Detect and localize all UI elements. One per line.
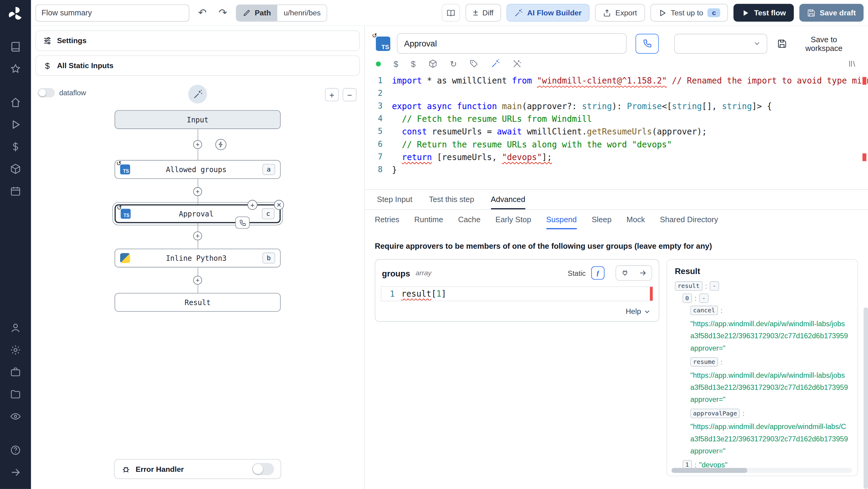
schedules-calendar-icon[interactable]	[5, 184, 25, 198]
script-library-button[interactable]	[848, 59, 857, 68]
ai-wand-button[interactable]	[188, 85, 207, 103]
vertical-scrollbar[interactable]	[864, 307, 868, 489]
users-icon[interactable]	[5, 320, 25, 335]
docs-book-icon[interactable]	[5, 39, 25, 54]
redo-button[interactable]: ↷	[216, 7, 230, 19]
error-handler-toggle[interactable]	[252, 463, 274, 475]
add-step-button[interactable]: +	[193, 140, 202, 149]
test-flow-button[interactable]: Test flow	[734, 4, 794, 22]
groups-expression-editor[interactable]: 1 result[1]	[381, 286, 653, 302]
static-inputs-row[interactable]: $ All Static Inputs	[36, 56, 360, 76]
path-button[interactable]: Path u/henri/bes	[236, 4, 327, 22]
add-step-button[interactable]: +	[193, 232, 202, 240]
error-handler-row[interactable]: Error Handler	[114, 459, 281, 479]
audit-eye-icon[interactable]	[5, 409, 25, 424]
zoom-out-button[interactable]: −	[343, 88, 356, 101]
flow-node-result[interactable]: Result	[115, 293, 281, 312]
code-line[interactable]: 1import * as wmillClient from "windmill-…	[365, 76, 868, 89]
result-key[interactable]: result	[675, 281, 702, 291]
result-key[interactable]: resume	[690, 357, 718, 367]
code-line[interactable]: 3export async function main(approver?: s…	[365, 101, 868, 114]
save-to-workspace-button[interactable]: Save to workspace	[774, 34, 859, 53]
folders-icon[interactable]	[5, 387, 25, 402]
scrollbar-thumb[interactable]	[672, 468, 747, 473]
tab-runtime[interactable]: Runtime	[414, 210, 443, 229]
result-key[interactable]: cancel	[690, 306, 718, 315]
workers-briefcase-icon[interactable]	[5, 365, 25, 379]
code-line[interactable]: 8}	[365, 165, 868, 178]
result-key[interactable]: approvalPage	[690, 409, 740, 418]
undo-button[interactable]: ↶	[195, 7, 210, 19]
dataflow-toggle[interactable]: dataflow	[38, 88, 86, 97]
home-icon[interactable]	[5, 95, 25, 110]
insert-step-button[interactable]: +	[247, 200, 257, 210]
flow-node-inline-python3[interactable]: Inline Python3 b	[115, 249, 281, 267]
horizontal-scrollbar[interactable]	[672, 468, 852, 473]
connector: +	[115, 223, 281, 248]
variables-dollar-icon[interactable]	[5, 140, 25, 154]
code-line[interactable]: 4 // Fetch the resume URLs from Windmill	[365, 114, 868, 127]
step-name-input[interactable]	[397, 33, 627, 54]
book-open-icon	[447, 8, 455, 17]
zoom-in-button[interactable]: +	[325, 88, 339, 101]
code-editor[interactable]: 1import * as wmillClient from "windmill-…	[365, 73, 868, 190]
ai-assistant-button[interactable]	[491, 59, 500, 68]
result-entry-approvalPage: approvalPage:	[675, 409, 849, 418]
runs-play-icon[interactable]	[5, 117, 25, 132]
tab-step-input[interactable]: Step Input	[377, 190, 412, 209]
toggle-knob[interactable]	[38, 88, 55, 97]
result-key[interactable]: 0	[683, 293, 692, 303]
test-up-to-button[interactable]: Test up toc	[650, 4, 728, 22]
tab-shared-directory[interactable]: Shared Directory	[660, 210, 718, 229]
favorites-star-icon[interactable]	[5, 61, 25, 76]
help-toggle[interactable]: Help	[380, 307, 654, 316]
code-line[interactable]: 6 // Return the resume URLs along with t…	[365, 140, 868, 152]
result-entry-resume: resume:	[675, 357, 849, 367]
save-draft-button[interactable]: Save draft	[799, 4, 864, 22]
flow-node-approval[interactable]: ↺TS Approval c + ✕	[115, 205, 281, 223]
insert-variable-button[interactable]: $	[394, 59, 398, 68]
insert-resource-button[interactable]: $	[411, 59, 415, 68]
arrow-right-icon	[639, 269, 647, 277]
reload-button[interactable]: ↻	[450, 59, 457, 68]
tab-mock[interactable]: Mock	[627, 210, 645, 229]
flow-node-allowed-groups[interactable]: ↺TS Allowed groups a	[115, 160, 281, 179]
tab-suspend[interactable]: Suspend	[546, 210, 577, 229]
tag-button[interactable]	[470, 59, 478, 68]
delete-step-button[interactable]: ✕	[274, 200, 284, 210]
flow-node-input[interactable]: Input	[115, 110, 281, 129]
help-icon[interactable]	[5, 443, 25, 457]
status-dot	[376, 61, 381, 66]
settings-row[interactable]: Settings	[36, 30, 360, 51]
flow-summary-input[interactable]	[36, 4, 190, 22]
resources-cube-icon[interactable]	[5, 161, 25, 176]
settings-gear-icon[interactable]	[5, 343, 25, 357]
tab-advanced[interactable]: Advanced	[491, 190, 525, 209]
suspend-toggle-button[interactable]	[636, 33, 658, 53]
trigger-bolt-button[interactable]	[215, 139, 226, 150]
windmill-logo[interactable]	[7, 5, 24, 22]
code-line[interactable]: 2	[365, 89, 868, 101]
pencil-icon	[243, 9, 251, 17]
tab-retries[interactable]: Retries	[375, 210, 399, 229]
ai-assistant-off-button[interactable]	[513, 59, 521, 68]
add-step-button[interactable]: +	[193, 187, 202, 196]
worker-tag-select[interactable]	[674, 33, 767, 53]
export-button[interactable]: Export	[595, 4, 645, 22]
docs-button[interactable]	[441, 4, 460, 22]
plus-minus-icon: ±	[473, 8, 478, 17]
add-step-button[interactable]: +	[193, 276, 202, 284]
ai-flow-builder-button[interactable]: AI Flow Builder	[507, 4, 589, 22]
plug-button[interactable]	[616, 266, 634, 280]
code-line[interactable]: 5 const resumeUrls = await wmillClient.g…	[365, 127, 868, 140]
code-line[interactable]: 7 return [resumeUrls, "devops"];	[365, 152, 868, 165]
expression-mode-toggle[interactable]: ƒ	[591, 266, 604, 279]
tab-early-stop[interactable]: Early Stop	[495, 210, 531, 229]
tab-sleep[interactable]: Sleep	[592, 210, 612, 229]
assets-cube-button[interactable]	[428, 59, 437, 68]
arrow-right-button[interactable]	[634, 266, 652, 280]
diff-button[interactable]: ±Diff	[465, 4, 501, 22]
tab-cache[interactable]: Cache	[458, 210, 480, 229]
tab-test-this-step[interactable]: Test this step	[429, 190, 474, 209]
collapse-arrow-icon[interactable]	[5, 465, 25, 480]
